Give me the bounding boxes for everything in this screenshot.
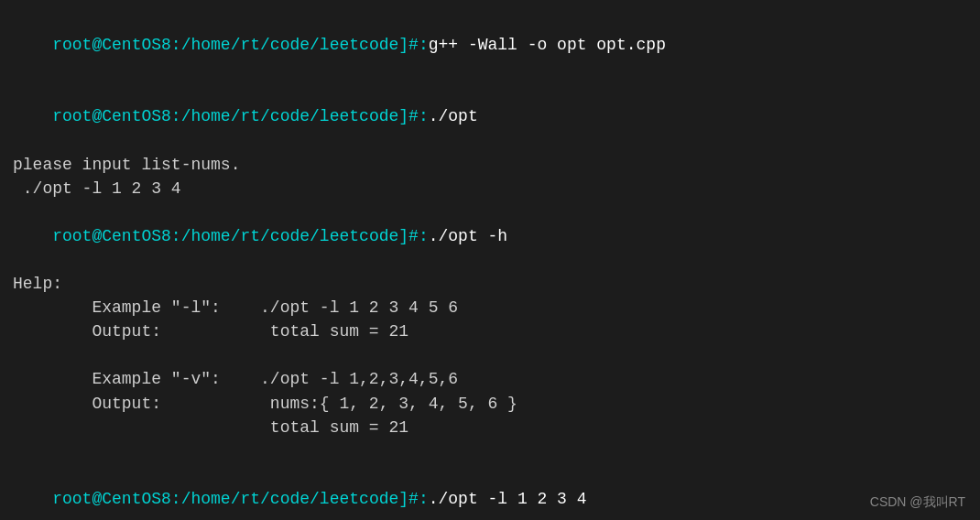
- terminal-line-11: Output: nums:{ 1, 2, 3, 4, 5, 6 }: [13, 392, 967, 416]
- prompt-14: root@CentOS8:/home/rt/code/leetcode]#:: [52, 490, 428, 508]
- terminal-line-14: root@CentOS8:/home/rt/code/leetcode]#:./…: [13, 463, 967, 520]
- cmd-14: ./opt -l 1 2 3 4: [429, 490, 587, 508]
- cmd-2: ./opt: [429, 107, 478, 125]
- terminal-line-5: root@CentOS8:/home/rt/code/leetcode]#:./…: [13, 200, 967, 272]
- prompt-1: root@CentOS8:/home/rt/code/leetcode]#:: [52, 36, 428, 54]
- terminal-window: root@CentOS8:/home/rt/code/leetcode]#:g+…: [0, 0, 980, 520]
- terminal-line-4: ./opt -l 1 2 3 4: [13, 177, 967, 200]
- watermark: CSDN @我叫RT: [870, 493, 965, 511]
- terminal-line-8: Output: total sum = 21: [13, 320, 967, 343]
- cmd-5: ./opt -h: [429, 227, 507, 245]
- terminal-line-9: [13, 343, 967, 367]
- cmd-1: g++ -Wall -o opt opt.cpp: [429, 36, 666, 54]
- terminal-line-6: Help:: [13, 272, 967, 296]
- terminal-line-3: please input list-nums.: [13, 153, 967, 177]
- prompt-5: root@CentOS8:/home/rt/code/leetcode]#:: [52, 227, 428, 245]
- terminal-line-12: total sum = 21: [13, 416, 967, 439]
- prompt-2: root@CentOS8:/home/rt/code/leetcode]#:: [52, 107, 428, 125]
- terminal-line-13: [13, 439, 967, 463]
- terminal-line-2: root@CentOS8:/home/rt/code/leetcode]#:./…: [13, 81, 967, 152]
- terminal-line-1: root@CentOS8:/home/rt/code/leetcode]#:g+…: [13, 9, 967, 81]
- terminal-line-7: Example "-l": ./opt -l 1 2 3 4 5 6: [13, 296, 967, 320]
- terminal-line-10: Example "-v": ./opt -l 1,2,3,4,5,6: [13, 367, 967, 391]
